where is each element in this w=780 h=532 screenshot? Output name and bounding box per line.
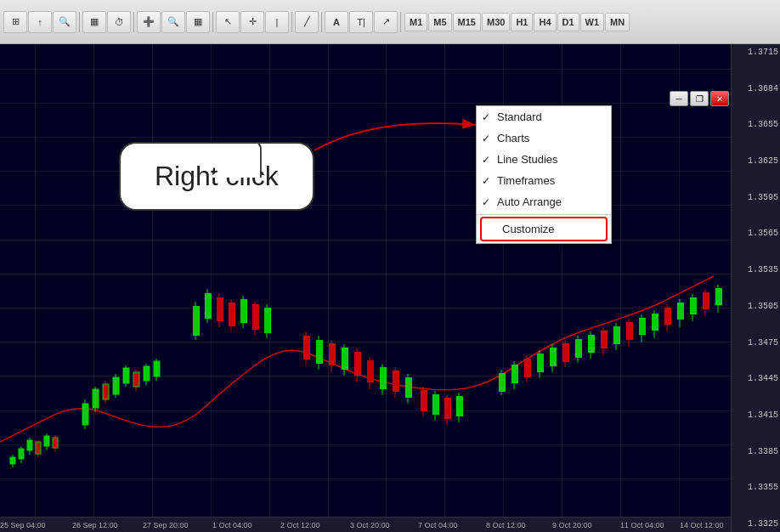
price-label-10: 1.3445 [733, 374, 778, 383]
svg-rect-101 [703, 292, 709, 309]
svg-rect-21 [123, 368, 129, 383]
tf-w1[interactable]: W1 [580, 13, 605, 31]
check-timeframes: ✓ [482, 175, 490, 187]
toolbar-btn-zoom-in[interactable]: 🔍 [53, 11, 76, 33]
toolbar-btn-grid[interactable]: ▦ [82, 11, 106, 33]
toolbar-btn-text-t[interactable]: T| [349, 11, 373, 33]
svg-rect-99 [690, 297, 697, 314]
menu-label-timeframes: Timeframes [497, 174, 555, 187]
menu-item-auto-arrange[interactable]: ✓ Auto Arrange [477, 191, 611, 212]
tf-h4[interactable]: H4 [534, 13, 556, 31]
tf-m15[interactable]: M15 [453, 13, 481, 31]
menu-item-timeframes[interactable]: ✓ Timeframes [477, 170, 611, 191]
svg-rect-91 [639, 318, 646, 335]
svg-rect-63 [432, 394, 439, 415]
toolbar-btn-cursor[interactable]: ↖ [216, 11, 240, 33]
svg-rect-89 [626, 322, 633, 340]
menu-item-charts[interactable]: ✓ Charts [477, 127, 611, 149]
menu-label-customize: Customize [502, 223, 554, 235]
price-label-5: 1.3595 [733, 193, 778, 202]
toolbar-btn-crosshair[interactable]: ✛ [240, 11, 264, 33]
menu-item-line-studies[interactable]: ✓ Line Studies [477, 149, 611, 170]
svg-rect-59 [405, 377, 412, 398]
tf-m30[interactable]: M30 [482, 13, 510, 31]
svg-rect-81 [575, 339, 582, 358]
arrow-svg [306, 108, 493, 159]
callout-text: Right click [155, 161, 279, 191]
price-label-6: 1.3565 [733, 229, 778, 238]
price-label-11: 1.3415 [733, 410, 778, 420]
toolbar-btn-time[interactable]: ⏱ [107, 11, 131, 33]
sep2 [133, 12, 134, 32]
tf-mn[interactable]: MN [605, 13, 630, 31]
toolbar-btn-plus[interactable]: ➕ [137, 11, 161, 33]
tf-d1[interactable]: D1 [557, 13, 579, 31]
svg-rect-79 [562, 343, 569, 362]
svg-rect-3 [19, 449, 24, 459]
svg-rect-1 [10, 457, 15, 464]
time-label-8: 8 Oct 12:00 [486, 521, 526, 529]
price-label-7: 1.3535 [733, 265, 778, 274]
menu-label-line-studies: Line Studies [497, 153, 558, 166]
price-label-1: 1.3715 [733, 48, 778, 57]
timeframe-group: M1 M5 M15 M30 H1 H4 D1 W1 MN [404, 13, 630, 31]
svg-rect-15 [93, 389, 99, 408]
svg-rect-93 [652, 314, 658, 331]
svg-rect-65 [444, 398, 451, 419]
toolbar-group-left: ⊞ ↑ 🔍 ▦ ⏱ ➕ 🔍 ▦ ↖ ✛ | ╱ A T| ↗ [3, 11, 403, 33]
check-line-studies: ✓ [482, 154, 490, 166]
svg-rect-7 [36, 442, 41, 454]
toolbar-btn-text-a[interactable]: A [325, 11, 348, 33]
svg-rect-39 [252, 304, 259, 330]
svg-rect-11 [53, 438, 58, 448]
svg-rect-103 [715, 288, 722, 305]
svg-rect-49 [342, 348, 348, 370]
svg-rect-71 [512, 365, 518, 383]
time-label-4: 1 Oct 04:00 [212, 521, 252, 529]
toolbar-btn-pencil[interactable]: | [265, 11, 289, 33]
sep6 [400, 12, 401, 32]
menu-label-standard: Standard [497, 110, 542, 123]
toolbar-btn-new[interactable]: ⊞ [3, 11, 27, 33]
svg-rect-25 [144, 366, 150, 381]
svg-rect-43 [303, 336, 310, 359]
svg-rect-45 [316, 340, 323, 364]
context-menu: ✓ Standard ✓ Charts ✓ Line Studies ✓ Tim… [476, 105, 612, 244]
menu-separator [477, 214, 611, 215]
svg-rect-35 [229, 303, 235, 326]
svg-rect-57 [393, 371, 399, 392]
svg-rect-67 [456, 396, 463, 416]
svg-rect-19 [113, 377, 119, 394]
svg-rect-47 [329, 343, 336, 365]
svg-rect-5 [27, 440, 32, 450]
svg-rect-83 [588, 335, 595, 353]
tf-m5[interactable]: M5 [428, 13, 451, 31]
svg-rect-85 [601, 331, 608, 348]
toolbar: ⊞ ↑ 🔍 ▦ ⏱ ➕ 🔍 ▦ ↖ ✛ | ╱ A T| ↗ M1 M5 M15… [0, 0, 780, 44]
sep3 [212, 12, 213, 32]
check-standard: ✓ [482, 111, 490, 123]
chart-container: 1.3715 1.3684 1.3655 1.3625 1.3595 1.356… [0, 44, 780, 532]
toolbar-btn-bars[interactable]: ▦ [186, 11, 210, 33]
toolbar-btn-minus[interactable]: 🔍 [161, 11, 185, 33]
price-label-8: 1.3505 [733, 302, 778, 311]
tf-m1[interactable]: M1 [404, 13, 427, 31]
menu-label-auto-arrange: Auto Arrange [497, 195, 562, 208]
restore-button[interactable]: ❐ [690, 91, 709, 106]
close-button[interactable]: ✕ [710, 91, 729, 106]
svg-rect-55 [380, 367, 387, 389]
toolbar-btn-line[interactable]: ╱ [295, 11, 319, 33]
svg-rect-9 [44, 436, 49, 446]
price-label-2: 1.3684 [733, 84, 778, 93]
sep5 [321, 12, 322, 32]
menu-item-standard[interactable]: ✓ Standard [477, 106, 611, 127]
svg-rect-27 [154, 361, 160, 376]
minimize-button[interactable]: ─ [670, 91, 688, 106]
menu-item-customize[interactable]: Customize [480, 217, 608, 241]
price-axis: 1.3715 1.3684 1.3655 1.3625 1.3595 1.356… [731, 44, 780, 532]
price-label-13: 1.3355 [733, 483, 778, 492]
svg-rect-31 [205, 293, 212, 319]
tf-h1[interactable]: H1 [511, 13, 533, 31]
toolbar-btn-open[interactable]: ↑ [28, 11, 52, 33]
toolbar-btn-arrow[interactable]: ↗ [374, 11, 398, 33]
